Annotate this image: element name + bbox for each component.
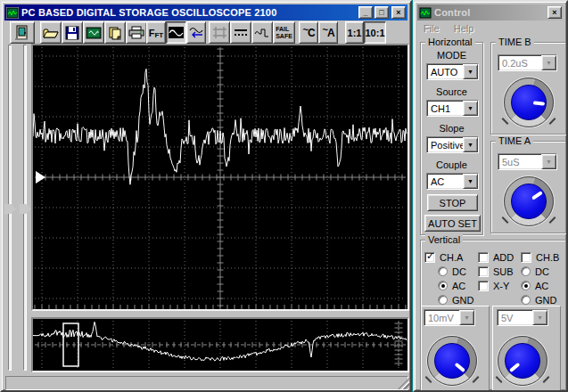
time-a-knob[interactable] — [503, 176, 555, 227]
toolbar: FFT FAILSAFE ~C ~A 1:1 10:1 — [4, 20, 407, 45]
minimize-button[interactable]: _ — [358, 6, 373, 19]
time-b-knob[interactable] — [503, 77, 555, 128]
save-icon — [65, 26, 79, 40]
sub-waveform-svg — [33, 319, 407, 371]
grid-button[interactable] — [209, 21, 230, 44]
ch-a-gnd-radio[interactable] — [438, 295, 448, 305]
ch-b-dc-label: DC — [535, 266, 549, 277]
chevron-down-icon: ▼ — [541, 55, 556, 70]
copy-button[interactable] — [104, 21, 126, 44]
app-icon — [6, 7, 19, 19]
control-titlebar[interactable]: Control × — [417, 4, 564, 20]
xy-label: X-Y — [493, 281, 509, 291]
cal-a-icon: ~ — [322, 24, 327, 35]
selection-rect[interactable] — [63, 323, 78, 366]
mode-label: MODE — [421, 50, 482, 61]
mode-select[interactable]: AUTO ▼ — [426, 63, 479, 80]
ch-a-dc-label: DC — [452, 266, 466, 277]
failsafe-button[interactable]: FAILSAFE — [273, 21, 295, 44]
ratio-1-1-button[interactable]: 1:1 — [345, 21, 364, 44]
time-a-select: 5uS ▼ — [498, 153, 557, 170]
menu-bar: File Help — [418, 21, 563, 36]
time-domain-button[interactable] — [166, 21, 186, 44]
channel-b-position-thumb[interactable] — [20, 204, 31, 214]
failsafe-icon: FAILSAFE — [276, 26, 292, 40]
vertical-group: Vertical CH.A ADD CH.B DC SUB DC AC X-Y … — [420, 240, 566, 392]
horizontal-group-label: Horizontal — [425, 37, 475, 47]
close-button[interactable]: × — [391, 6, 406, 19]
ch-b-volts-knob[interactable] — [497, 335, 548, 387]
horizontal-group: Horizontal MODE AUTO ▼ Source CH1 ▼ Slop… — [420, 42, 483, 235]
channel-a-position-thumb[interactable] — [4, 204, 16, 214]
main-window: PC BASED DIGITAL STORAGE OSCILLOSCOPE 21… — [0, 0, 412, 392]
maximize-button[interactable]: □ — [375, 6, 389, 19]
couple-select[interactable]: AC ▼ — [426, 173, 479, 190]
ch-b-volts-select: 5V ▼ — [497, 309, 548, 326]
control-app-icon — [419, 7, 432, 19]
capture-screen-icon — [86, 27, 102, 39]
open-button[interactable] — [40, 21, 62, 44]
ch-a-label: CH.A — [440, 252, 463, 263]
ch-a-gnd-label: GND — [452, 295, 473, 306]
save-button[interactable] — [62, 21, 83, 44]
chevron-down-icon[interactable]: ▼ — [463, 101, 478, 116]
exit-button[interactable] — [10, 21, 35, 44]
copy-notes-icon — [108, 26, 122, 40]
add-label: ADD — [493, 252, 514, 263]
print-button[interactable] — [126, 21, 147, 44]
time-domain-wave-icon — [169, 27, 184, 38]
xy-checkbox[interactable] — [478, 281, 489, 291]
fft-button[interactable]: FFT — [146, 21, 166, 44]
chevron-down-icon[interactable]: ▼ — [463, 64, 478, 79]
cal-a-button[interactable]: ~A — [318, 21, 338, 44]
print-icon — [128, 26, 144, 39]
ch-a-dc-radio[interactable] — [438, 266, 448, 276]
trigger-marker[interactable] — [36, 171, 45, 184]
ch-a-checkbox[interactable] — [424, 252, 435, 263]
ch-b-checkbox[interactable] — [521, 252, 531, 263]
auto-set-button[interactable]: AUTO SET — [424, 215, 481, 232]
time-a-group: TIME A 5uS ▼ — [490, 141, 566, 233]
square-wave-icon — [254, 27, 270, 38]
status-bar — [5, 376, 408, 390]
chevron-down-icon: ▼ — [459, 310, 474, 325]
control-close-button[interactable]: × — [547, 6, 562, 19]
chevron-down-icon[interactable]: ▼ — [463, 137, 478, 152]
sub-waveform — [33, 322, 407, 361]
fft-icon: F — [149, 28, 155, 38]
main-titlebar[interactable]: PC BASED DIGITAL STORAGE OSCILLOSCOPE 21… — [4, 4, 407, 20]
cal-c-button[interactable]: ~C — [299, 21, 318, 44]
sub-checkbox[interactable] — [478, 266, 489, 277]
add-checkbox[interactable] — [478, 252, 489, 263]
slope-select[interactable]: Positive ▼ — [426, 136, 479, 153]
ch-b-ac-radio[interactable] — [521, 281, 531, 290]
slope-label: Slope — [421, 123, 482, 134]
ch-b-label: CH.B — [536, 252, 559, 263]
main-display[interactable] — [31, 44, 409, 311]
ch-b-dc-radio[interactable] — [521, 266, 531, 276]
dotted-line-button[interactable] — [230, 21, 251, 44]
open-folder-icon — [43, 27, 59, 39]
ratio-10-1-button[interactable]: 10:1 — [364, 21, 386, 44]
ch-b-ac-label: AC — [535, 281, 548, 291]
chevron-down-icon: ▼ — [532, 310, 547, 325]
window-title: PC BASED DIGITAL STORAGE OSCILLOSCOPE 21… — [21, 7, 277, 18]
exit-icon — [14, 25, 30, 41]
ch-a-ac-radio[interactable] — [438, 281, 448, 290]
capture-button[interactable] — [83, 21, 104, 44]
square-wave-button[interactable] — [251, 21, 273, 44]
stop-button[interactable]: STOP — [427, 194, 478, 211]
menu-file[interactable]: File — [424, 23, 440, 34]
ch-b-gnd-radio[interactable] — [521, 295, 531, 305]
menu-help[interactable]: Help — [454, 23, 474, 34]
recall-waveform-icon — [188, 26, 204, 39]
sub-label: SUB — [493, 266, 514, 277]
sub-display[interactable] — [31, 317, 409, 372]
source-select[interactable]: CH1 ▼ — [426, 100, 479, 117]
ch-a-volts-knob[interactable] — [426, 335, 478, 387]
ch-b-gnd-label: GND — [535, 295, 556, 306]
vertical-group-label: Vertical — [425, 234, 463, 245]
recall-waveform-button[interactable] — [186, 21, 206, 44]
grid-icon — [213, 27, 226, 38]
chevron-down-icon[interactable]: ▼ — [463, 174, 478, 189]
